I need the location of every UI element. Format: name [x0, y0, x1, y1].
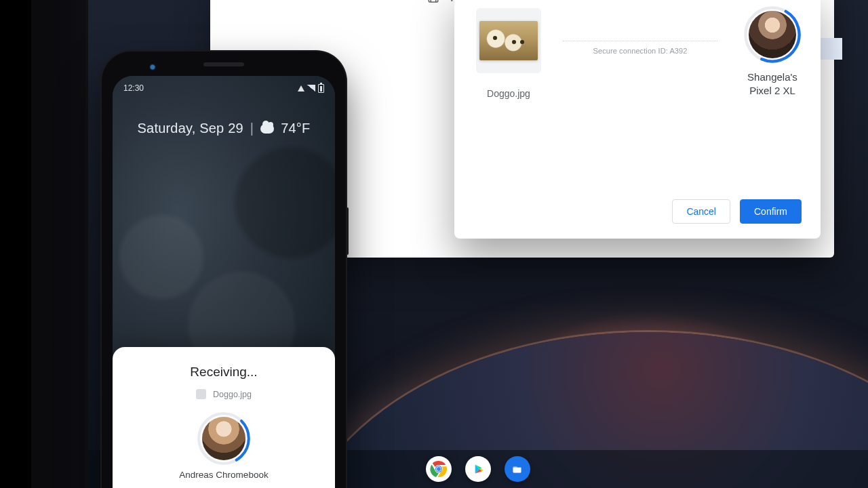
- phone-screen: 12:30 Saturday, Sep 29 | 74°F Receiving.…: [113, 76, 335, 488]
- svg-point-8: [437, 467, 441, 471]
- video-icon: [427, 0, 439, 4]
- share-target-column: Shangela's Pixel 2 XL: [746, 8, 799, 98]
- share-file-column: Doggo.jpg: [476, 8, 541, 99]
- lockscreen-datetime: Saturday, Sep 29 | 74°F: [113, 121, 335, 136]
- sheet-file-name: Doggo.jpg: [213, 390, 252, 399]
- sender-avatar[interactable]: [199, 414, 248, 463]
- connection-id-text: Secure connection ID: A392: [563, 47, 717, 55]
- play-store-app-icon[interactable]: [465, 456, 491, 482]
- confirm-button[interactable]: Confirm: [740, 199, 802, 224]
- file-thumbnail[interactable]: [476, 8, 541, 73]
- dotted-line: [563, 41, 717, 41]
- nearby-share-sheet: Receiving... Doggo.jpg Andreas Chromeboo…: [113, 347, 335, 488]
- file-name-label: Doggo.jpg: [487, 88, 530, 99]
- lockscreen-temp: 74°F: [281, 121, 310, 136]
- cancel-button[interactable]: Cancel: [672, 199, 730, 224]
- phone-status-bar: 12:30: [113, 81, 335, 95]
- file-chip-icon: [196, 389, 206, 399]
- files-app-icon[interactable]: [505, 456, 530, 482]
- lockscreen-date: Saturday, Sep 29: [138, 121, 243, 136]
- chrome-app-icon[interactable]: [426, 456, 452, 482]
- phone-earpiece: [186, 58, 261, 70]
- avatar-image: [749, 11, 796, 58]
- pixel-phone-mockup: 12:30 Saturday, Sep 29 | 74°F Receiving.…: [102, 52, 346, 488]
- sender-device-name: Andreas Chromebook: [179, 470, 268, 480]
- thumbnail-image: [479, 21, 538, 60]
- battery-icon: [318, 84, 324, 93]
- weather-cloud-icon: [260, 124, 274, 134]
- dialog-actions: Cancel Confirm: [672, 199, 802, 224]
- avatar-image: [202, 417, 245, 460]
- signal-icon: [307, 85, 315, 92]
- status-clock: 12:30: [123, 83, 144, 93]
- wifi-icon: [298, 85, 304, 92]
- svg-rect-1: [429, 0, 438, 2]
- outer-device-edge: [20, 0, 88, 488]
- target-device-name: Shangela's Pixel 2 XL: [747, 70, 797, 98]
- nearby-share-dialog: Doggo.jpg Secure connection ID: A392: [454, 0, 821, 239]
- target-avatar[interactable]: [746, 8, 799, 61]
- sheet-file-row: Doggo.jpg: [126, 389, 321, 399]
- connection-indicator: Secure connection ID: A392: [563, 41, 717, 55]
- phone-front-camera: [149, 64, 156, 70]
- sheet-title: Receiving...: [126, 365, 321, 380]
